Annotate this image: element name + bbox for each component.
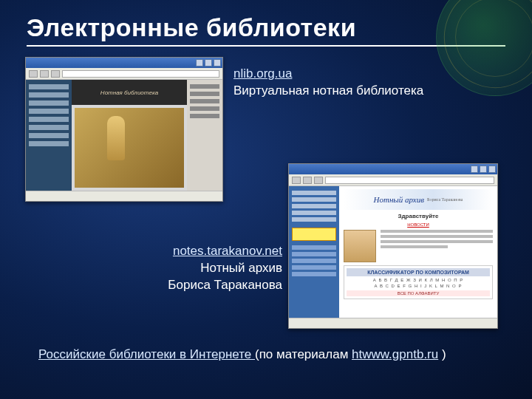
- greeting: Здравствуйте: [344, 213, 493, 219]
- all-alpha: ВСЕ ПО АЛФАВИТУ: [347, 290, 490, 296]
- news-link: НОВОСТИ: [344, 222, 493, 227]
- alphabet-en: A B C D E F G H I J K L M N O P: [347, 284, 490, 288]
- nav-sidebar: [289, 186, 339, 318]
- browser-toolbar: [26, 68, 222, 80]
- desc-nlib: Виртуальная нотная библиотека: [233, 83, 423, 98]
- address-bar: [62, 70, 219, 78]
- reload-icon: [51, 70, 60, 78]
- footer-line: Российские библиотеки в Интернете (по ма…: [38, 347, 446, 364]
- nav-sidebar: [26, 80, 72, 191]
- status-bar: [289, 318, 497, 328]
- page-body: Нотный архив Бориса Тараканова Здравству…: [289, 186, 497, 318]
- logo-sub: Бориса Тараканова: [427, 197, 463, 202]
- classifier-header: КЛАССИФИКАТОР ПО КОМПОЗИТОРАМ: [347, 268, 490, 276]
- back-icon: [292, 177, 301, 184]
- page-body: Нотная библиотека: [26, 80, 222, 191]
- link-ru-libraries[interactable]: Российские библиотеки в Интернете: [38, 347, 255, 361]
- content-area: Нотная библиотека nlib.org.ua Виртуальна…: [0, 54, 532, 372]
- footer-text-1: (по материалам: [255, 347, 352, 361]
- max-icon: [205, 59, 212, 66]
- right-column: [187, 80, 222, 191]
- screenshot-tarakanov: Нотный архив Бориса Тараканова Здравству…: [288, 163, 498, 329]
- max-icon: [480, 166, 487, 173]
- site-logo: Нотный архив Бориса Тараканова: [344, 189, 493, 210]
- link-nlib[interactable]: nlib.org.ua: [233, 66, 292, 81]
- illustration-icon: [344, 230, 376, 262]
- window-titlebar: [289, 164, 497, 174]
- alphabet-ru: А Б В Г Д Е Ж З И К Л М Н О П Р: [347, 278, 490, 282]
- close-icon: [214, 59, 221, 66]
- text-lines: [381, 230, 493, 262]
- logo-main: Нотный архив: [374, 195, 424, 204]
- screenshot-nlib: Нотная библиотека: [25, 57, 223, 202]
- window-titlebar: [26, 58, 222, 68]
- min-icon: [471, 166, 478, 173]
- link-gpntb[interactable]: htwww.gpntb.ru: [352, 347, 438, 361]
- back-icon: [29, 70, 38, 78]
- status-bar: [26, 191, 222, 201]
- classifier-box: КЛАССИФИКАТОР ПО КОМПОЗИТОРАМ А Б В Г Д …: [344, 265, 493, 299]
- link-tarakanov[interactable]: notes.tarakanov.net: [173, 244, 282, 258]
- min-icon: [196, 59, 203, 66]
- desc-tarakanov-1: Нотный архив: [200, 261, 282, 275]
- browser-toolbar: [289, 174, 497, 186]
- badge-icon: [292, 228, 336, 241]
- site-banner: Нотная библиотека: [72, 80, 187, 105]
- main-column: Нотная библиотека: [72, 80, 187, 191]
- caption-tarakanov: notes.tarakanov.net Нотный архив Бориса …: [161, 243, 282, 294]
- desc-tarakanov-2: Бориса Тараканова: [168, 278, 282, 292]
- caption-nlib: nlib.org.ua Виртуальная нотная библиотек…: [233, 66, 423, 100]
- statue-image: [75, 108, 184, 188]
- close-icon: [488, 166, 496, 173]
- main-content: Нотный архив Бориса Тараканова Здравству…: [339, 186, 497, 318]
- title-underline: [27, 45, 505, 47]
- fwd-icon: [303, 177, 312, 184]
- address-bar: [325, 177, 494, 184]
- reload-icon: [314, 177, 323, 184]
- fwd-icon: [40, 70, 49, 78]
- footer-text-2: ): [438, 347, 446, 361]
